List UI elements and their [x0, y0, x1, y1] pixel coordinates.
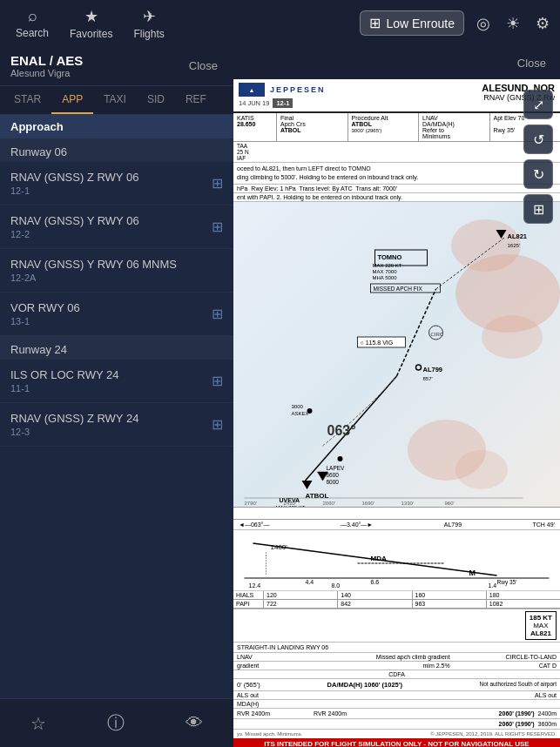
layers-icon: ⊞ [212, 175, 223, 192]
svg-text:6600: 6600 [327, 472, 340, 478]
item-info: ILS OR LOC RWY 24 11-1 [10, 368, 119, 394]
chart-date: 14 JUN 19 [239, 99, 269, 107]
svg-text:1400': 1400' [271, 543, 288, 551]
item-subtitle: 12-2A [10, 273, 177, 283]
refresh-button[interactable]: ↻ [523, 159, 553, 189]
brightness-icon[interactable]: ☀ [503, 10, 523, 37]
top-navigation: ⌕ Search ★ Favorites ✈ Flights ⊞ Low Enr… [0, 0, 560, 46]
chart-climb-grad-row: gradient mim 2.5% CAT D [233, 662, 560, 670]
rotate-button[interactable]: ↺ [523, 124, 553, 154]
airport-name: Alesund Vigra [10, 68, 83, 78]
list-item[interactable]: RNAV (GNSS) Z RWY 24 12-3 ⊞ [0, 403, 233, 447]
item-title: VOR RWY 06 [10, 301, 80, 314]
layers-icon: ⊞ [212, 219, 223, 235]
chart-copyright: ys. Missed apch. Minimums. © JEPPESEN, 2… [233, 730, 560, 738]
profile-al: AL799 [444, 522, 462, 528]
search-nav-item[interactable]: ⌕ Search [7, 3, 57, 43]
list-item[interactable]: RNAV (GNSS) Y RWY 06 MNMS 12-2A [0, 249, 233, 293]
svg-point-13 [416, 365, 422, 370]
enroute-button[interactable]: ⊞ Low Enroute [360, 10, 464, 36]
chart-close-button[interactable]: Close [512, 55, 551, 71]
profile-crs-label: ◄—063°— [239, 522, 269, 528]
expand-button[interactable]: ⤢ [523, 90, 553, 119]
tab-sid[interactable]: SID [137, 86, 175, 114]
jeppesen-brand: JEPPESEN [270, 85, 326, 94]
svg-text:AL799: AL799 [423, 366, 443, 374]
layers-toggle-button[interactable]: ⊞ [523, 194, 553, 224]
svg-line-2 [436, 237, 506, 289]
svg-text:6.6: 6.6 [371, 579, 380, 585]
left-panel: ENAL / AES Alesund Vigra Close STAR APP … [0, 46, 233, 747]
svg-text:MAX 7000: MAX 7000 [373, 269, 398, 274]
bookmark-button[interactable]: ☆ [20, 710, 57, 737]
star-icon: ★ [84, 7, 98, 26]
chart-minima-table: HIALS 120 140 160 180 PAPI 722 842 963 1… [233, 591, 560, 609]
flights-nav-item[interactable]: ✈ Flights [125, 3, 172, 44]
chart-svg: ATBOL LAPEV 6600 6000 UVEVA MAX 220 KT 5… [233, 202, 560, 507]
main-content: ENAL / AES Alesund Vigra Close STAR APP … [0, 46, 560, 747]
eye-button[interactable]: 👁 [175, 710, 213, 737]
tab-star[interactable]: STAR [3, 86, 51, 114]
layers-icon: ⊞ [369, 15, 381, 31]
chart-panel: Close ⤢ ↺ ↻ ⊞ ▲ JEPPESEN [233, 46, 560, 747]
favorites-label: Favorites [70, 28, 112, 40]
item-info: RNAV (GNSS) Y RWY 06 12-2 [10, 214, 139, 239]
svg-text:6000: 6000 [327, 479, 340, 485]
tab-app[interactable]: APP [51, 86, 93, 114]
list-item[interactable]: VOR RWY 06 13-1 ⊞ [0, 293, 233, 336]
chart-taa-label: TAA25 NIAF [233, 142, 560, 163]
enroute-label: Low Enroute [386, 17, 455, 30]
settings-icon[interactable]: ⚙ [532, 10, 553, 37]
profile-distance: —3.40°—► [341, 522, 373, 528]
svg-text:1330': 1330' [401, 501, 415, 506]
item-info: RNAV (GNSS) Z RWY 06 12-1 [10, 171, 138, 196]
svg-text:MAX 220 KT: MAX 220 KT [373, 263, 402, 268]
left-panel-close-button[interactable]: Close [184, 57, 223, 74]
procedure-list: Approach Runway 06 RNAV (GNSS) Z RWY 06 … [0, 115, 233, 698]
svg-text:12.4: 12.4 [249, 582, 261, 589]
chart-trans-info: hPa Rwy Elev: 1 hPa Trans level: By ATC … [233, 185, 560, 193]
chart-rvr-row-2: 2060' (1990') 3600m [233, 719, 560, 730]
procedure-tab-bar: STAR APP TAXI SID REF [0, 86, 233, 115]
chart-da-row: 0' (565') DA/MDA(H) 1060' (1025') Not au… [233, 679, 560, 691]
chart-lnav-row: LNAV Missed apch climb gradient CIRCLE-T… [233, 653, 560, 662]
svg-text:1.4: 1.4 [489, 582, 497, 589]
item-subtitle: 12-1 [10, 185, 138, 196]
waypoint-uveva: UVEVA [239, 509, 262, 517]
svg-text:1625': 1625' [508, 243, 521, 248]
info-button[interactable]: ⓘ [97, 708, 135, 738]
svg-text:4.4: 4.4 [306, 579, 314, 585]
item-title: ILS OR LOC RWY 24 [10, 368, 119, 381]
chart-content: ▲ JEPPESEN 14 JUN 19 12-1 ALESUND, NOR R… [233, 79, 560, 747]
favorites-nav-item[interactable]: ★ Favorites [61, 3, 121, 44]
item-subtitle: 12-3 [10, 427, 138, 437]
svg-text:CIRC: CIRC [431, 332, 444, 337]
chart-mda-row: MDA(H) [233, 700, 560, 709]
svg-text:AL821: AL821 [508, 232, 528, 240]
list-item[interactable]: RNAV (GNSS) Y RWY 06 12-2 ⊞ [0, 205, 233, 249]
svg-text:TOMNO: TOMNO [378, 253, 402, 261]
item-title: RNAV (GNSS) Y RWY 06 MNMS [10, 258, 177, 271]
svg-text:2420': 2420' [284, 501, 297, 506]
airport-header: ENAL / AES Alesund Vigra Close [0, 46, 233, 86]
chart-id-badge: 12-1 [273, 98, 293, 108]
svg-text:8.0: 8.0 [332, 582, 341, 589]
chart-diagram: ATBOL LAPEV 6600 6000 UVEVA MAX 220 KT 5… [233, 202, 560, 507]
item-info: RNAV (GNSS) Y RWY 06 MNMS 12-2A [10, 258, 177, 283]
svg-text:MDA: MDA [371, 555, 387, 562]
chart-final: FinalApch CrsATBOL [277, 113, 348, 141]
location-icon[interactable]: ◎ [473, 10, 494, 37]
tab-ref[interactable]: REF [175, 86, 217, 114]
tab-taxi[interactable]: TAXI [93, 86, 137, 114]
svg-text:M: M [469, 569, 476, 577]
chart-scroll-area[interactable]: ▲ JEPPESEN 14 JUN 19 12-1 ALESUND, NOR R… [233, 79, 560, 747]
waypoint-al799: AL799 [373, 509, 394, 517]
list-item[interactable]: ILS OR LOC RWY 24 11-1 ⊞ [0, 360, 233, 403]
item-subtitle: 12-2 [10, 229, 139, 239]
item-subtitle: 11-1 [10, 383, 119, 394]
list-item[interactable]: RNAV (GNSS) Z RWY 06 12-1 ⊞ [0, 162, 233, 205]
layers-icon: ⊞ [212, 373, 223, 389]
nav-right: ⊞ Low Enroute ◎ ☀ ⚙ [360, 10, 553, 37]
chart-speed-info: 185 KT MAX AL821 [233, 609, 560, 643]
chart-papi-note: ent with PAPI. 2. Holding to be entered … [233, 193, 560, 202]
